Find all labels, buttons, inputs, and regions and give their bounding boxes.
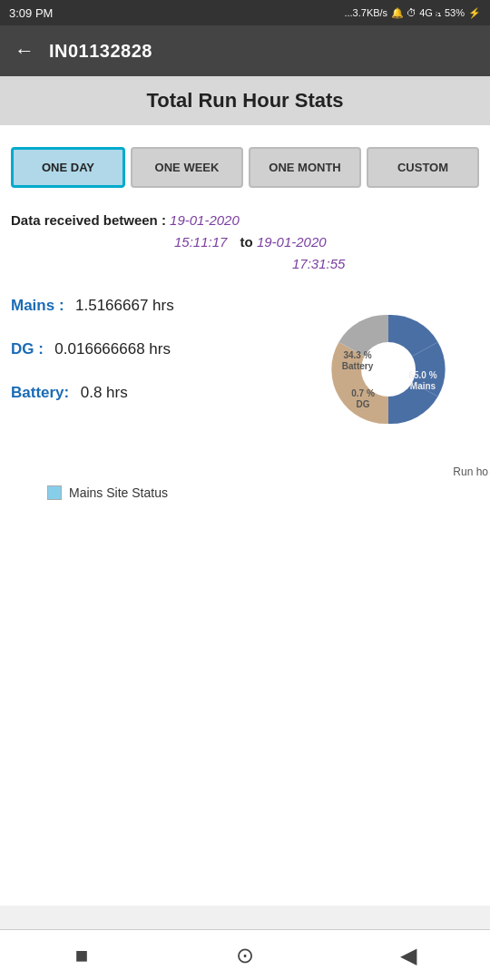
btn-one-month[interactable]: ONE MONTH	[249, 147, 361, 188]
bottom-nav: ■ ⊙ ◀	[0, 929, 490, 980]
content-area: ONE DAY ONE WEEK ONE MONTH CUSTOM Data r…	[0, 125, 490, 906]
svg-text:Battery: Battery	[342, 361, 374, 371]
svg-text:34.3 %: 34.3 %	[343, 350, 371, 360]
date-range: Data received between : 19-01-2020 15:11…	[11, 210, 479, 275]
battery-label: Battery:	[11, 384, 69, 401]
to-label: to	[240, 234, 253, 250]
svg-text:DG: DG	[357, 399, 370, 409]
back-button[interactable]: ←	[15, 39, 34, 63]
square-icon: ■	[75, 943, 89, 968]
dg-row: DG : 0.016666668 hrs	[11, 340, 309, 358]
stats-chart-area: Mains : 1.5166667 hrs DG : 0.016666668 h…	[11, 297, 479, 478]
status-bar: 3:09 PM ...3.7KB/s 🔔 ⏱ 4G ᵢ₁ 53% ⚡	[0, 0, 490, 25]
circle-icon: ⊙	[236, 943, 254, 968]
battery-row: Battery: 0.8 hrs	[11, 384, 309, 402]
charging-icon: ⚡	[468, 7, 481, 19]
btn-one-day[interactable]: ONE DAY	[11, 147, 125, 188]
chart-area: 65.0 % Mains 34.3 % Battery 0.7 % DG Run…	[316, 297, 479, 478]
from-date: 19-01-2020	[170, 212, 240, 228]
status-time: 3:09 PM	[9, 6, 53, 20]
to-date: 19-01-2020	[257, 234, 327, 250]
status-right: ...3.7KB/s 🔔 ⏱ 4G ᵢ₁ 53% ⚡	[344, 7, 481, 19]
mains-row: Mains : 1.5166667 hrs	[11, 297, 309, 315]
bottom-square-btn[interactable]: ■	[54, 937, 109, 974]
signal-icons: 🔔 ⏱ 4G ᵢ₁	[391, 7, 441, 19]
nav-bar: ← IN01132828	[0, 25, 490, 76]
btn-one-week[interactable]: ONE WEEK	[131, 147, 243, 188]
network-indicator: ...3.7KB/s	[344, 7, 387, 18]
donut-chart: 65.0 % Mains 34.3 % Battery 0.7 % DG	[316, 297, 461, 442]
run-ho-label: Run ho	[453, 466, 488, 478]
time-range-row: ONE DAY ONE WEEK ONE MONTH CUSTOM	[11, 143, 479, 191]
date-range-label: Data received between :	[11, 212, 166, 228]
mains-value: 1.5166667 hrs	[75, 297, 174, 314]
dg-label: DG :	[11, 340, 44, 358]
battery-value: 0.8 hrs	[81, 384, 128, 401]
page-title-bar: Total Run Hour Stats	[0, 76, 490, 125]
to-time: 17:31:55	[292, 256, 345, 271]
stats-list: Mains : 1.5166667 hrs DG : 0.016666668 h…	[11, 297, 316, 427]
legend-color-mains	[47, 485, 62, 500]
legend-label-mains: Mains Site Status	[69, 485, 168, 500]
svg-text:Mains: Mains	[410, 381, 436, 391]
legend-row: Mains Site Status	[47, 485, 479, 500]
bottom-home-btn[interactable]: ⊙	[218, 937, 272, 974]
bottom-back-btn[interactable]: ◀	[381, 937, 436, 974]
dg-value: 0.016666668 hrs	[54, 340, 171, 358]
battery-indicator: 53%	[445, 7, 465, 18]
back-icon: ◀	[400, 943, 416, 968]
btn-custom[interactable]: CUSTOM	[367, 147, 479, 188]
svg-text:65.0 %: 65.0 %	[408, 370, 436, 380]
mains-label: Mains :	[11, 297, 64, 314]
svg-text:0.7 %: 0.7 %	[351, 388, 375, 398]
from-time: 15:11:17	[174, 234, 227, 250]
nav-title: IN01132828	[49, 41, 152, 62]
page-title: Total Run Hour Stats	[15, 89, 475, 113]
